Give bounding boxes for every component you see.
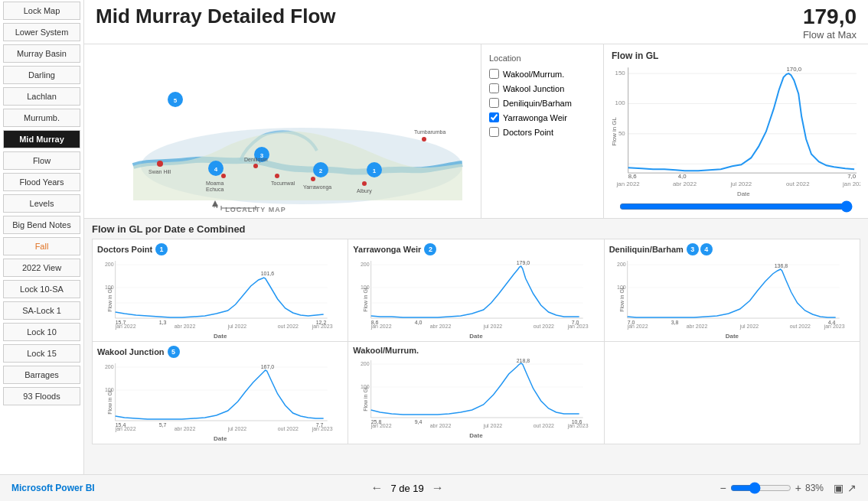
chart-5-svg: 200 100 Flow in GL 25,8 9,4 218,8 10,6 j… <box>353 356 599 429</box>
svg-text:jul 2022: jul 2022 <box>227 324 247 330</box>
chart-3-x-label: Date <box>609 333 855 340</box>
legend-item-deniliquin-barham[interactable]: Deniliquin/Barham <box>489 98 596 108</box>
svg-text:jan 2022: jan 2022 <box>370 423 392 429</box>
main-content: Mid Murray Detailed Flow 179,0 Flow at M… <box>84 0 868 474</box>
zoom-controls: − + 83% ▣ ↗ <box>720 482 857 494</box>
svg-point-18 <box>362 181 367 186</box>
chart-3-svg: 200 100 Flow in GL 7,0 3,8 136,8 4,4 jan… <box>609 257 855 330</box>
chart-cell-deniliquin-barham: Deniliquin/Barham 3 4 200 100 Flow in GL… <box>605 239 860 341</box>
sidebar-item-levels[interactable]: Levels <box>3 194 80 213</box>
svg-text:150: 150 <box>615 70 626 76</box>
date-range-slider[interactable] <box>612 200 860 215</box>
checkbox-yarrawonga-weir[interactable] <box>489 112 499 122</box>
svg-text:out 2022: out 2022 <box>534 324 554 329</box>
sidebar-item-lachlan[interactable]: Lachlan <box>3 87 80 106</box>
svg-text:jan 2022: jan 2022 <box>115 324 136 330</box>
date-slider[interactable] <box>619 200 853 213</box>
fullscreen-icon[interactable]: ↗ <box>847 482 857 494</box>
svg-text:7,0: 7,0 <box>847 173 857 180</box>
chart-2-badge: 2 <box>424 243 436 255</box>
svg-text:jan 2023: jan 2023 <box>312 426 333 432</box>
svg-text:200: 200 <box>361 262 370 267</box>
svg-text:abr 2022: abr 2022 <box>430 324 452 329</box>
next-page-arrow[interactable]: → <box>432 481 444 495</box>
map-area: Swan Hill 3 Deniliquin Tocumwal Moama Ec… <box>84 44 481 218</box>
svg-text:170,0: 170,0 <box>786 66 801 73</box>
svg-text:Flow in GL: Flow in GL <box>618 286 624 312</box>
sidebar-item-fall[interactable]: Fall <box>3 237 80 255</box>
svg-text:jul 2022: jul 2022 <box>483 423 503 429</box>
legend-item-wakool-murrum[interactable]: Wakool/Murrum. <box>489 69 596 79</box>
sidebar-item-murrumb[interactable]: Murrumb. <box>3 109 80 127</box>
bottom-bar: Microsoft Power BI ← 7 de 19 → − + 83% ▣… <box>0 474 868 501</box>
chart-3-badge2: 4 <box>700 243 713 255</box>
svg-text:jan 2023: jan 2023 <box>842 181 860 187</box>
checkbox-wakool-junction[interactable] <box>489 83 499 93</box>
flow-max-value: 179,0 <box>803 5 857 29</box>
svg-point-14 <box>311 177 315 181</box>
zoom-out-button[interactable]: − <box>720 482 726 494</box>
legend-item-wakool-junction[interactable]: Wakool Junction <box>489 83 596 93</box>
chart-cell-wakool-junction: Wakool Junction 5 200 100 Flow in GL 15,… <box>93 342 348 444</box>
svg-text:136,8: 136,8 <box>774 263 788 268</box>
checkbox-wakool-murrum[interactable] <box>489 69 499 79</box>
sidebar-item-flow[interactable]: Flow <box>3 151 80 170</box>
legend-item-yarrawonga-weir[interactable]: Yarrawonga Weir <box>489 112 596 122</box>
svg-text:jul 2022: jul 2022 <box>483 324 503 330</box>
page-title: Mid Murray Detailed Flow <box>96 5 336 28</box>
checkbox-doctors-point[interactable] <box>489 127 499 137</box>
svg-text:Swan Hill: Swan Hill <box>148 169 171 174</box>
svg-text:4,0: 4,0 <box>678 173 687 180</box>
sidebar-item-mid-murray[interactable]: Mid Murray <box>3 130 80 148</box>
svg-text:Tocumwal: Tocumwal <box>271 181 295 186</box>
svg-text:Moama: Moama <box>206 181 224 186</box>
sidebar-item-barrages[interactable]: Barrages <box>3 366 80 384</box>
zoom-in-button[interactable]: + <box>795 482 801 494</box>
flow-max-label: Flow at Max <box>803 29 857 41</box>
chart-2-svg: 200 100 Flow in GL 8,6 4,0 179,0 7,0 jan… <box>353 257 599 330</box>
svg-text:jan 2022: jan 2022 <box>115 426 136 432</box>
chart-1-svg: 200 100 Flow in GL 15,7 1,3 101,6 12,2 j… <box>97 257 343 330</box>
svg-text:jan 2023: jan 2023 <box>823 324 844 330</box>
chart-cell-yarrawonga-weir: Yarrawonga Weir 2 200 100 Flow in GL 8,6… <box>348 239 603 341</box>
sidebar-item-lower-system[interactable]: Lower System <box>3 23 80 41</box>
sidebar-item-2022-view[interactable]: 2022 View <box>3 259 80 277</box>
chart-cell-doctors-point: Doctors Point 1 200 100 Flow in GL 15,7 … <box>93 239 348 341</box>
svg-text:101,6: 101,6 <box>261 271 275 276</box>
svg-point-5 <box>253 164 258 168</box>
sidebar-item-sa-lock-1[interactable]: SA-Lock 1 <box>3 301 80 320</box>
prev-page-arrow[interactable]: ← <box>370 481 383 495</box>
sidebar-item-lock-map[interactable]: Lock Map <box>3 2 80 20</box>
checkbox-deniliquin-barham[interactable] <box>489 98 499 108</box>
svg-text:100: 100 <box>615 99 626 106</box>
svg-text:Flow in GL: Flow in GL <box>107 389 113 415</box>
sidebar-item-big-bend[interactable]: Big Bend Notes <box>3 216 80 234</box>
svg-text:abr 2022: abr 2022 <box>673 181 697 187</box>
page-indicator: 7 de 19 <box>390 483 423 494</box>
chart-4-svg: 200 100 Flow in GL 15,4 5,7 167,0 7,7 ja… <box>97 359 343 432</box>
chart-1-title: Doctors Point <box>97 245 152 254</box>
svg-text:jul 2022: jul 2022 <box>730 181 752 187</box>
sidebar-item-lock-10-sa[interactable]: Lock 10-SA <box>3 280 80 298</box>
sidebar-item-93-floods[interactable]: 93 Floods <box>3 387 80 405</box>
svg-text:218,8: 218,8 <box>517 358 530 363</box>
fit-page-icon[interactable]: ▣ <box>834 482 844 494</box>
sidebar-item-darling[interactable]: Darling <box>3 66 80 84</box>
legend-item-doctors-point[interactable]: Doctors Point <box>489 127 596 137</box>
svg-point-7 <box>275 174 279 178</box>
svg-text:200: 200 <box>617 262 626 267</box>
svg-text:4,0: 4,0 <box>415 320 423 325</box>
svg-text:jan 2023: jan 2023 <box>567 423 589 429</box>
chart-1-x-label: Date <box>97 333 343 340</box>
sidebar-item-lock-10[interactable]: Lock 10 <box>3 323 80 341</box>
legend-panel: Location Wakool/Murrum. Wakool Junction … <box>481 44 603 218</box>
sidebar-item-lock-15[interactable]: Lock 15 <box>3 344 80 363</box>
svg-text:9,4: 9,4 <box>415 419 423 425</box>
svg-point-22 <box>422 137 426 142</box>
svg-text:Date: Date <box>737 190 750 197</box>
powerbi-link[interactable]: Microsoft Power BI <box>11 483 95 493</box>
sidebar-item-murray-basin[interactable]: Murray Basin <box>3 44 80 63</box>
zoom-slider[interactable] <box>730 482 791 494</box>
svg-text:4: 4 <box>214 166 218 173</box>
sidebar-item-flood-years[interactable]: Flood Years <box>3 173 80 191</box>
